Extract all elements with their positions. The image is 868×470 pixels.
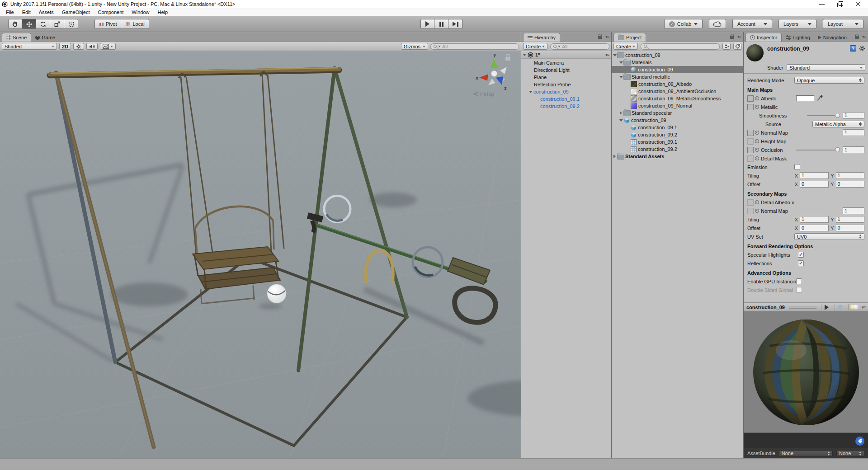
project-row-model[interactable]: construction_09 (612, 117, 743, 124)
scene-viewport[interactable]: y x z Persp (0, 51, 521, 458)
preview-lighting-toggle[interactable] (848, 304, 859, 310)
local-toggle-button[interactable]: Local (121, 19, 149, 29)
hierarchy-search-input[interactable]: All (550, 43, 609, 50)
smoothness-slider[interactable] (807, 115, 839, 116)
source-dropdown[interactable]: Metallic Alpha (812, 121, 864, 127)
emission-checkbox[interactable] (794, 164, 800, 170)
hierarchy-item-construction-09-2[interactable]: construction_09.2 (521, 103, 611, 110)
shader-dropdown[interactable]: Standard (787, 64, 865, 71)
object-picker-icon[interactable] (755, 148, 759, 152)
tab-navigation[interactable]: Navigation (814, 33, 851, 42)
tiling-y-field[interactable]: 1 (836, 172, 865, 179)
play-button[interactable] (420, 19, 434, 29)
menu-window[interactable]: Window (127, 8, 153, 16)
scene-search-input[interactable]: All (430, 43, 519, 50)
smoothness-value-field[interactable]: 1 (843, 112, 864, 119)
project-row-model[interactable]: construction_09.1 (612, 124, 743, 131)
object-picker-icon[interactable] (755, 139, 759, 143)
rendering-mode-dropdown[interactable]: Opaque (794, 77, 864, 84)
secondary-offset-x-field[interactable]: 0 (800, 225, 829, 231)
asset-labels-button[interactable] (855, 437, 864, 446)
scene-menu-icon[interactable]: ▾≡ (605, 52, 609, 57)
collapsed-icon[interactable] (613, 155, 616, 158)
gizmos-dropdown[interactable]: Gizmos (401, 43, 428, 50)
project-row-texture[interactable]: construction_09_AmbientOcclusion (612, 88, 743, 95)
restore-button[interactable] (837, 1, 843, 7)
cloud-services-button[interactable] (709, 19, 726, 29)
project-row-folder[interactable]: Standard metallic (612, 73, 743, 80)
occlusion-map-thumb[interactable] (747, 147, 754, 153)
offset-x-field[interactable]: 0 (800, 181, 829, 188)
gear-icon[interactable] (859, 45, 865, 52)
tab-inspector[interactable]: Inspector (745, 33, 782, 42)
project-row-model[interactable]: construction_09.2 (612, 131, 743, 138)
albedo-color-swatch[interactable] (796, 95, 814, 101)
hierarchy-item-reflection-probe[interactable]: Reflection Probe (521, 81, 611, 88)
height-map-thumb[interactable] (747, 138, 754, 145)
preview-play-button[interactable] (821, 304, 832, 310)
minimize-button[interactable] (819, 1, 825, 7)
object-picker-icon[interactable] (755, 156, 759, 160)
rect-tool-button[interactable] (64, 19, 78, 29)
scale-tool-button[interactable] (50, 19, 64, 29)
expand-icon[interactable] (619, 119, 623, 122)
panel-menu-icon[interactable]: ▾≡ (737, 34, 741, 39)
assetbundle-dropdown[interactable]: None (779, 450, 833, 457)
object-picker-icon[interactable] (755, 200, 759, 204)
object-picker-icon[interactable] (755, 105, 759, 109)
tiling-x-field[interactable]: 1 (800, 172, 829, 179)
occlusion-value-field[interactable]: 1 (843, 146, 864, 153)
hierarchy-item-construction-09-1[interactable]: construction_09.1 (521, 95, 611, 103)
scene-audio-toggle[interactable] (86, 43, 98, 50)
project-row-texture[interactable]: construction_09_MetallicSmoothness (612, 95, 743, 102)
preview-drag-handle[interactable] (789, 306, 816, 309)
menu-assets[interactable]: Assets (35, 8, 58, 16)
tab-hierarchy[interactable]: Hierarchy (523, 33, 560, 42)
normal-map-thumb[interactable] (747, 130, 754, 136)
menu-file[interactable]: File (2, 8, 18, 16)
scene-effects-dropdown[interactable] (100, 43, 116, 50)
albedo-texture-thumb[interactable] (747, 95, 754, 102)
menu-component[interactable]: Component (94, 8, 127, 16)
collapsed-icon[interactable] (620, 111, 622, 115)
tab-lighting[interactable]: Lighting (782, 33, 814, 42)
tab-game[interactable]: Game (31, 33, 59, 42)
project-row-mesh[interactable]: construction_09.1 (612, 138, 743, 146)
tab-project[interactable]: Project (613, 33, 646, 42)
close-button[interactable] (855, 1, 861, 7)
move-tool-button[interactable] (22, 19, 36, 29)
project-create-button[interactable]: Create (613, 43, 638, 50)
project-row-folder[interactable]: Materials (612, 59, 743, 66)
hierarchy-scene-header[interactable]: 1* ▾≡ (521, 51, 611, 59)
expand-icon[interactable] (619, 61, 623, 64)
hierarchy-item-directional-light[interactable]: Directional Light (521, 66, 611, 74)
uv-set-dropdown[interactable]: UV0 (794, 233, 864, 240)
expand-icon[interactable] (523, 54, 526, 56)
detail-mask-thumb[interactable] (747, 155, 754, 162)
hand-tool-button[interactable] (8, 19, 22, 29)
expand-icon[interactable] (613, 54, 617, 56)
menu-gameobject[interactable]: GameObject (58, 8, 94, 16)
detail-albedo-thumb[interactable] (747, 199, 754, 206)
2d-toggle-button[interactable]: 2D (59, 43, 71, 50)
specular-highlights-checkbox[interactable]: ✓ (798, 252, 804, 258)
secondary-tiling-y-field[interactable]: 1 (836, 216, 865, 223)
pause-button[interactable] (434, 19, 448, 29)
preview-header[interactable]: construction_09 ▾≡ (744, 302, 868, 312)
search-by-type-button[interactable] (722, 43, 731, 50)
lock-icon[interactable] (855, 34, 859, 39)
project-row-mesh[interactable]: construction_09.2 (612, 146, 743, 153)
slider-knob[interactable] (835, 147, 840, 152)
expand-icon[interactable] (529, 91, 533, 93)
slider-knob[interactable] (835, 113, 840, 118)
object-picker-icon[interactable] (755, 131, 759, 135)
gpu-instancing-checkbox[interactable] (796, 278, 802, 284)
eyedropper-icon[interactable] (814, 95, 823, 102)
help-icon[interactable]: ? (850, 45, 856, 52)
tab-scene[interactable]: Scene (2, 33, 31, 42)
object-picker-icon[interactable] (755, 209, 759, 213)
preview-viewport[interactable] (744, 312, 868, 433)
project-row-folder[interactable]: Standard Assets (612, 153, 743, 160)
hierarchy-item-main-camera[interactable]: Main Camera (521, 59, 611, 66)
panel-menu-icon[interactable]: ▾≡ (862, 34, 866, 39)
